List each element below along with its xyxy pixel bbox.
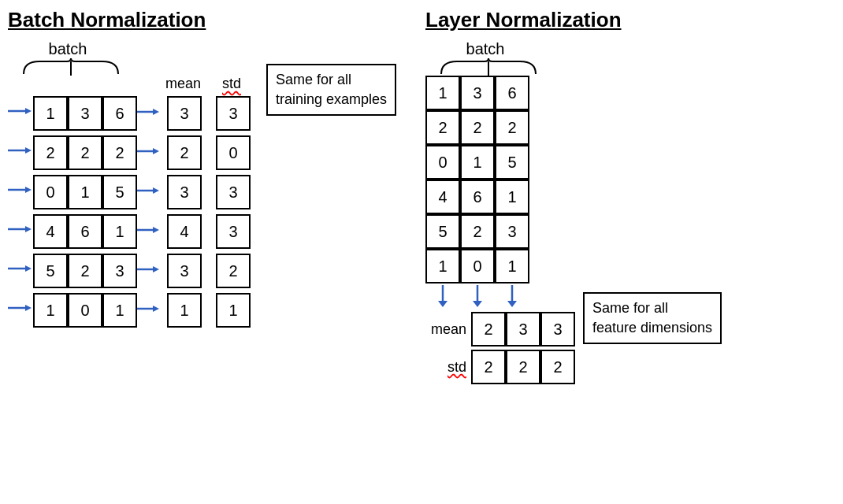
grid-cell: 2 <box>33 135 68 170</box>
grid-cell: 3 <box>68 96 102 131</box>
layer-norm-title: Layer Normalization <box>425 0 722 32</box>
svg-marker-4 <box>153 109 159 115</box>
layer-std-row-inner: std222 <box>425 350 575 384</box>
grid-cell: 3 <box>495 214 529 249</box>
grid-cell: 6 <box>68 214 102 249</box>
left-arrow <box>8 291 32 330</box>
std-cell: 0 <box>216 135 251 170</box>
mean-label: mean <box>165 76 200 92</box>
batch-norm-grid: meanstd 136332222001533461435233210111 <box>8 76 251 330</box>
batch-label-left: batch <box>16 40 120 58</box>
grid-cell: 3 <box>460 76 495 110</box>
batch-row: 01533 <box>8 172 251 212</box>
mean-cell: 3 <box>167 96 202 131</box>
grid-cell: 5 <box>102 175 137 209</box>
right-arrow <box>137 173 161 212</box>
batch-row: 52332 <box>8 251 251 291</box>
std-label: std <box>214 76 249 92</box>
mean-cell: 4 <box>167 214 202 249</box>
svg-marker-2 <box>25 108 32 114</box>
mean-cell: 2 <box>167 135 202 170</box>
layer-norm-grid: 136222015461523101 <box>425 76 575 284</box>
grid-cell: 1 <box>68 175 102 209</box>
grid-cell: 2 <box>495 110 529 145</box>
right-arrow <box>137 94 161 133</box>
grid-cell: 5 <box>495 145 529 180</box>
left-arrow <box>8 212 32 251</box>
layer-std-cell: 2 <box>471 350 506 384</box>
layer-row: 101 <box>425 249 575 284</box>
grid-cell: 1 <box>495 249 529 284</box>
grid-cell: 2 <box>460 110 495 145</box>
std-cell: 3 <box>216 175 251 209</box>
grid-cell: 5 <box>425 214 460 249</box>
grid-cell: 6 <box>460 180 495 214</box>
grid-cell: 0 <box>425 145 460 180</box>
grid-cell: 6 <box>102 96 137 131</box>
svg-marker-18 <box>25 265 32 272</box>
batch-brace-left <box>16 58 126 76</box>
grid-cell: 0 <box>68 293 102 328</box>
grid-cell: 6 <box>495 76 529 110</box>
grid-cell: 5 <box>33 254 68 288</box>
svg-marker-10 <box>25 187 32 193</box>
layer-std-row: std222 <box>425 350 575 384</box>
batch-brace-right <box>433 58 544 76</box>
batch-norm-section: Batch Normalization batch meanstd 136332… <box>8 0 396 330</box>
grid-cell: 1 <box>425 76 460 110</box>
grid-cell: 1 <box>460 145 495 180</box>
grid-cell: 1 <box>33 96 68 131</box>
batch-row: 10111 <box>8 291 251 330</box>
layer-mean-cell: 3 <box>506 312 540 346</box>
batch-row: 13633 <box>8 94 251 133</box>
std-cell: 3 <box>216 214 251 249</box>
right-arrow <box>137 213 161 251</box>
std-cell: 1 <box>216 293 251 328</box>
right-arrow <box>137 291 161 330</box>
down-arrow <box>460 285 495 307</box>
std-cell: 2 <box>216 254 251 288</box>
svg-marker-6 <box>25 147 32 154</box>
left-arrow <box>8 172 32 212</box>
grid-cell: 1 <box>102 214 137 249</box>
svg-marker-31 <box>507 301 517 307</box>
layer-row: 136 <box>425 76 575 110</box>
mean-cell: 3 <box>167 175 202 209</box>
grid-cell: 1 <box>425 249 460 284</box>
svg-marker-27 <box>438 301 447 307</box>
layer-mean-label: mean <box>425 321 471 338</box>
grid-cell: 3 <box>102 254 137 288</box>
grid-cell: 0 <box>33 175 68 209</box>
batch-row: 46143 <box>8 212 251 251</box>
layer-mean-row: mean233 <box>425 312 575 346</box>
grid-cell: 4 <box>425 180 460 214</box>
layer-down-arrows <box>425 285 575 307</box>
svg-marker-24 <box>153 306 159 312</box>
same-box-right: Same for allfeature dimensions <box>583 292 722 344</box>
layer-norm-section: Layer Normalization batch 13622201546152… <box>425 0 722 384</box>
svg-marker-16 <box>153 227 159 233</box>
layer-row: 015 <box>425 145 575 180</box>
layer-row: 222 <box>425 110 575 145</box>
grid-cell: 2 <box>68 135 102 170</box>
stats-header: meanstd <box>8 76 251 92</box>
layer-row: 523 <box>425 214 575 249</box>
layer-mean-row-inner: mean233 <box>425 312 575 346</box>
layer-mean-cell: 2 <box>471 312 506 346</box>
grid-cell: 0 <box>460 249 495 284</box>
svg-marker-14 <box>25 226 32 232</box>
left-arrow <box>8 251 32 291</box>
layer-std-cell: 2 <box>506 350 540 384</box>
layer-row: 461 <box>425 180 575 214</box>
batch-row: 22220 <box>8 133 251 172</box>
grid-cell: 2 <box>460 214 495 249</box>
down-arrow <box>495 285 529 307</box>
grid-cell: 2 <box>102 135 137 170</box>
grid-cell: 1 <box>495 180 529 214</box>
batch-label-right: batch <box>433 40 537 58</box>
grid-cell: 1 <box>33 293 68 328</box>
mean-cell: 3 <box>167 254 202 288</box>
same-box-left: Same for alltraining examples <box>266 64 396 116</box>
left-arrow <box>8 133 32 172</box>
layer-mean-cell: 3 <box>540 312 575 346</box>
